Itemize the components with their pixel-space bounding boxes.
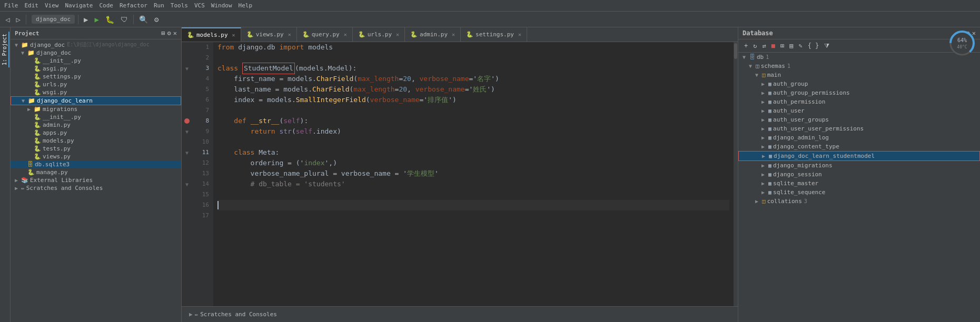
tab-close-icon[interactable]: ✕ xyxy=(396,32,399,37)
tab-admin-py[interactable]: 🐍 admin.py ✕ xyxy=(405,27,461,42)
run-btn[interactable]: ▶ xyxy=(93,14,101,25)
db-edit-icon[interactable]: ✎ xyxy=(797,42,804,50)
tree-settings-py[interactable]: 🐍 settings.py xyxy=(11,73,181,80)
sidebar-expand-icon[interactable]: ⊞ xyxy=(161,29,165,37)
tree-scratches[interactable]: ▶ ✏ Scratches and Consoles xyxy=(11,184,181,192)
menu-file[interactable]: File xyxy=(4,2,18,9)
db-table-auth-group[interactable]: ▶ ▦ auth_group xyxy=(738,79,980,88)
db-table-auth-group-permissions[interactable]: ▶ ▦ auth_group_permissions xyxy=(738,88,980,97)
tree-admin-py[interactable]: 🐍 admin.py xyxy=(11,121,181,129)
db-item-collations[interactable]: ▶ ◫ collations 3 xyxy=(738,197,980,206)
linenum-15: 15 xyxy=(192,189,209,200)
settings-icon[interactable]: ⚙ xyxy=(152,14,161,25)
db-table-django-migrations[interactable]: ▶ ▦ django_migrations xyxy=(738,161,980,170)
tree-urls-py[interactable]: 🐍 urls.py xyxy=(11,80,181,88)
forward-icon[interactable]: ▷ xyxy=(14,14,22,25)
menu-window[interactable]: Window xyxy=(211,2,232,9)
db-refresh-icon[interactable]: ↻ xyxy=(751,42,758,50)
sidebar-settings-icon[interactable]: ⚙ xyxy=(167,29,171,37)
db-table-auth-user[interactable]: ▶ ▦ auth_user xyxy=(738,106,980,115)
tree-django-doc-learn[interactable]: ▼ 📁 django_doc_learn xyxy=(11,96,181,105)
code-editor[interactable]: from django.db import models class Stude… xyxy=(213,42,734,306)
fold-14-icon[interactable]: ▼ xyxy=(185,182,189,187)
menu-run[interactable]: Run xyxy=(154,2,164,9)
scratches-panel-item[interactable]: ▶ ✏ Scratches and Consoles xyxy=(186,310,280,319)
db-stop-icon[interactable]: ■ xyxy=(770,42,777,50)
db-add-icon[interactable]: + xyxy=(743,42,749,50)
db-table-sqlite-master[interactable]: ▶ ▦ sqlite_master xyxy=(738,179,980,188)
run-config[interactable]: ▶ xyxy=(82,14,90,25)
db-arrow: ▶ xyxy=(761,144,767,149)
breakpoint-dot[interactable] xyxy=(184,118,190,124)
linenum-17: 17 xyxy=(192,210,209,221)
db-item-db[interactable]: ▼ 🗄 db 1 xyxy=(738,53,980,62)
project-dropdown[interactable]: django_doc xyxy=(32,15,75,24)
fold-def-icon[interactable]: ▼ xyxy=(185,129,189,135)
db-code-icon[interactable]: { } xyxy=(806,42,821,50)
fold-class-icon[interactable]: ▼ xyxy=(185,66,189,72)
cpu-gauge: 64% 40°C xyxy=(948,29,976,57)
db-filter-icon[interactable]: ⧩ xyxy=(823,42,831,50)
tab-close-icon[interactable]: ✕ xyxy=(452,32,455,37)
db-table-django-doc-learn-studentmodel[interactable]: ▶ ▦ django_doc_learn_studentmodel xyxy=(738,151,980,161)
vertical-scrollbar[interactable] xyxy=(734,42,738,306)
menu-refactor[interactable]: Refactor xyxy=(120,2,147,9)
tree-apps-py[interactable]: 🐍 apps.py xyxy=(11,129,181,137)
project-tab[interactable]: 1: Project xyxy=(1,32,9,67)
tree-init-py-2[interactable]: 🐍 __init__.py xyxy=(11,113,181,121)
db-table-auth-user-user-permissions[interactable]: ▶ ▦ auth_user_user_permissions xyxy=(738,124,980,133)
scratches-arrow-icon: ▶ xyxy=(189,311,193,318)
debug-btn[interactable]: 🐛 xyxy=(103,14,116,25)
db-sync-icon[interactable]: ⇄ xyxy=(760,42,767,50)
menu-tools[interactable]: Tools xyxy=(171,2,188,9)
tab-settings-py[interactable]: 🐍 settings.py ✕ xyxy=(461,27,527,42)
tree-manage-py[interactable]: 🐍 manage.py xyxy=(11,168,181,176)
tab-models-py[interactable]: 🐍 models.py ✕ xyxy=(182,27,241,42)
db-table-django-content-type[interactable]: ▶ ▦ django_content_type xyxy=(738,142,980,151)
tab-close-icon[interactable]: ✕ xyxy=(232,32,235,38)
db-table-icon[interactable]: ▤ xyxy=(788,42,795,50)
menu-help[interactable]: Help xyxy=(239,2,253,9)
fold-meta-icon[interactable]: ▼ xyxy=(185,150,189,156)
menu-vcs[interactable]: VCS xyxy=(194,2,205,9)
tree-asgi-py[interactable]: 🐍 asgi.py xyxy=(11,65,181,73)
tab-urls-py[interactable]: 🐍 urls.py ✕ xyxy=(353,27,405,42)
tab-close-icon[interactable]: ✕ xyxy=(344,32,347,37)
tab-views-py[interactable]: 🐍 views.py ✕ xyxy=(241,27,297,42)
code-line-2 xyxy=(217,53,729,63)
code-line-8: def __str__(self): xyxy=(217,116,729,126)
tree-django-doc[interactable]: ▼ 📁 django_doc xyxy=(11,49,181,57)
menu-navigate[interactable]: Navigate xyxy=(65,2,93,9)
menu-view[interactable]: View xyxy=(45,2,59,9)
tree-wsgi-py[interactable]: 🐍 wsgi.py xyxy=(11,88,181,96)
scrollbar-thumb[interactable] xyxy=(734,43,737,59)
code-line-5: last_name = models.CharField(max_length=… xyxy=(217,84,729,95)
db-table-sqlite-sequence[interactable]: ▶ ▦ sqlite_sequence xyxy=(738,188,980,197)
gutter-9: ▼ xyxy=(182,126,192,137)
db-grid-icon[interactable]: ⊞ xyxy=(779,42,786,50)
tab-close-icon[interactable]: ✕ xyxy=(288,32,291,37)
tree-views-py[interactable]: 🐍 views.py xyxy=(11,153,181,160)
tree-init-py-1[interactable]: 🐍 __init__.py xyxy=(11,57,181,65)
db-table-django-session[interactable]: ▶ ▦ django_session xyxy=(738,170,980,179)
db-table-django-admin-log[interactable]: ▶ ▦ django_admin_log xyxy=(738,133,980,142)
tree-db-sqlite3[interactable]: 🗄 db.sqlite3 xyxy=(11,160,181,168)
tree-migrations[interactable]: ▶ 📁 migrations xyxy=(11,105,181,113)
menu-edit[interactable]: Edit xyxy=(25,2,39,9)
tree-models-py[interactable]: 🐍 models.py xyxy=(11,137,181,145)
run-with-coverage[interactable]: 🛡 xyxy=(118,14,130,25)
db-item-schemas[interactable]: ▼ ◫ schemas 1 xyxy=(738,62,980,71)
tab-query-py[interactable]: 🐍 query.py ✕ xyxy=(297,27,353,42)
table-icon: ▦ xyxy=(768,172,771,177)
tree-external-libraries[interactable]: ▶ 📚 External Libraries xyxy=(11,176,181,184)
db-table-auth-permission[interactable]: ▶ ▦ auth_permission xyxy=(738,97,980,106)
menu-code[interactable]: Code xyxy=(99,2,113,9)
tab-close-icon[interactable]: ✕ xyxy=(518,32,521,37)
tree-root-project[interactable]: ▼ 📁 django_doc E:\刘适江\django\django_doc xyxy=(11,41,181,49)
db-table-auth-user-groups[interactable]: ▶ ▦ auth_user_groups xyxy=(738,115,980,124)
db-item-main[interactable]: ▼ ◫ main xyxy=(738,71,980,79)
search-everywhere[interactable]: 🔍 xyxy=(137,14,150,25)
tree-tests-py[interactable]: 🐍 tests.py xyxy=(11,145,181,153)
back-icon[interactable]: ◁ xyxy=(3,14,12,25)
sidebar-close-icon[interactable]: ✕ xyxy=(173,29,177,37)
